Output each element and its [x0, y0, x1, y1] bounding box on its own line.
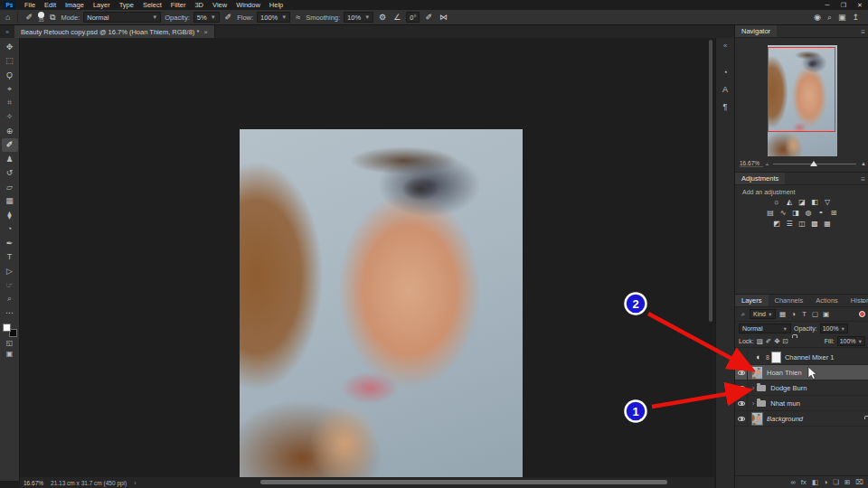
lock-position-icon[interactable]: ✥ [774, 337, 779, 345]
tab-actions[interactable]: Actions [809, 295, 844, 306]
layer-visibility-toggle[interactable] [735, 396, 748, 410]
menu-filter[interactable]: Filter [166, 1, 191, 9]
group-expand-caret[interactable]: › [752, 385, 754, 391]
flow-select[interactable]: 100%▼ [257, 12, 290, 23]
pressure-size-icon[interactable]: ✐ [423, 13, 434, 22]
lasso-tool[interactable]: Ϙ [2, 68, 18, 82]
color-lookup-adjustment-icon[interactable]: ⊞ [829, 208, 839, 217]
search-icon[interactable]: ⌕ [827, 13, 832, 23]
add-layer-mask-icon[interactable]: ◧ [812, 478, 818, 486]
more-tools[interactable]: ⋯ [2, 306, 18, 321]
channel-mixer-adjustment-icon[interactable]: ◓ [816, 208, 826, 217]
brush-settings-panel-icon[interactable]: ⧉ [48, 13, 57, 23]
brightness-contrast-adjustment-icon[interactable]: ☼ [772, 197, 782, 206]
brush-tool-icon[interactable]: ✐ [24, 13, 34, 22]
smoothing-gear-icon[interactable]: ⚙ [377, 13, 388, 22]
layer-name[interactable]: Background [767, 415, 803, 423]
move-tool[interactable]: ✥ [2, 40, 18, 54]
layer-name[interactable]: Nhat mun [770, 399, 800, 408]
status-menu-arrow-icon[interactable]: › [134, 480, 136, 486]
brush-tool[interactable]: ✐ [2, 138, 18, 153]
new-layer-icon[interactable]: ⊞ [844, 478, 850, 486]
dodge-tool[interactable]: ◔ [2, 222, 18, 237]
layer-style-icon[interactable]: fx [801, 478, 807, 486]
clone-stamp-tool[interactable]: ♟ [2, 152, 18, 166]
black-white-adjustment-icon[interactable]: ◨ [791, 208, 801, 217]
history-panel-icon[interactable]: ◔ [718, 65, 733, 79]
paragraph-panel-icon[interactable]: ¶ [718, 99, 733, 113]
marquee-tool[interactable]: ⬚ [2, 54, 18, 69]
character-panel-icon[interactable]: A [718, 82, 733, 96]
restore-button[interactable]: ❐ [835, 2, 852, 9]
horizontal-scrollbar[interactable] [260, 480, 667, 484]
menu-select[interactable]: Select [138, 1, 166, 9]
layer-visibility-toggle[interactable] [735, 350, 748, 364]
menu-edit[interactable]: Edit [40, 1, 61, 9]
filter-kind-select[interactable]: Kind ▼ [750, 309, 776, 319]
exposure-adjustment-icon[interactable]: ◧ [810, 197, 820, 206]
panel-menu-icon[interactable]: ≡ [861, 175, 865, 183]
blur-tool[interactable]: ⧫ [2, 208, 18, 222]
color-swatches[interactable] [3, 324, 17, 337]
gradient-map-adjustment-icon[interactable]: ▩ [810, 219, 820, 228]
account-icon[interactable]: ◉ [814, 13, 821, 22]
lock-transparent-pixels-icon[interactable]: ▨ [757, 337, 763, 345]
filter-pixel-layers-icon[interactable]: ▦ [778, 310, 787, 319]
gradient-tool[interactable]: ▦ [2, 194, 18, 209]
levels-adjustment-icon[interactable]: ◭ [785, 197, 795, 206]
lock-image-pixels-icon[interactable]: ✐ [766, 337, 771, 345]
filter-shape-layers-icon[interactable]: ▢ [810, 310, 819, 319]
tab-channels[interactable]: Channels [769, 295, 810, 306]
filter-toggle-icon[interactable] [859, 311, 865, 317]
screen-mode-button[interactable]: ▣ [2, 348, 18, 359]
path-selection-tool[interactable]: ▷ [2, 264, 18, 278]
quick-mask-button[interactable]: ◱ [2, 337, 18, 348]
navigator-zoom-field[interactable]: 16.67% [740, 160, 763, 167]
hand-tool[interactable]: ☞ [2, 278, 18, 293]
adjustment-layer-icon[interactable]: ◐ [753, 352, 764, 361]
menu-view[interactable]: View [208, 1, 231, 9]
layer-name[interactable]: Channel Mixer 1 [785, 353, 835, 361]
tab-close-icon[interactable]: × [203, 28, 208, 36]
eraser-tool[interactable]: ▱ [2, 180, 18, 194]
slider-thumb[interactable] [810, 161, 817, 166]
crop-tool[interactable]: ⌗ [2, 96, 18, 110]
healing-brush-tool[interactable]: ⊕ [2, 124, 18, 138]
eyedropper-tool[interactable]: ✧ [2, 110, 18, 125]
canvas-area[interactable] [20, 38, 714, 477]
symmetry-icon[interactable]: ⋈ [438, 13, 449, 22]
layer-visibility-toggle[interactable] [735, 411, 748, 426]
zoom-out-icon[interactable]: ▵ [766, 160, 769, 166]
layer-visibility-toggle[interactable] [735, 380, 748, 395]
panel-menu-icon[interactable]: ≡ [861, 28, 865, 36]
pen-tool[interactable]: ✒ [2, 236, 18, 250]
filter-type-layers-icon[interactable]: T [799, 310, 808, 319]
layer-name[interactable]: Hoan Thien [767, 369, 802, 377]
navigator-zoom-slider[interactable] [773, 159, 856, 168]
object-selection-tool[interactable]: ⌖ [2, 82, 18, 97]
workspace-switcher-icon[interactable]: ▣ [838, 13, 846, 22]
color-balance-adjustment-icon[interactable]: ∿ [778, 208, 788, 217]
menu-window[interactable]: Window [231, 1, 265, 9]
menu-layer[interactable]: Layer [89, 1, 115, 9]
tab-layers[interactable]: Layers [735, 295, 769, 306]
curves-adjustment-icon[interactable]: ◪ [797, 197, 807, 206]
layer-row[interactable]: ›Dodge Burn [735, 380, 868, 396]
layer-blend-mode-select[interactable]: Normal ▼ [739, 324, 791, 333]
home-icon[interactable]: ⌂ [4, 13, 12, 22]
zoom-tool[interactable]: ⌕ [2, 292, 18, 306]
minimize-button[interactable]: ─ [819, 2, 835, 9]
collapse-panels-icon[interactable]: « [718, 39, 733, 52]
airbrush-icon[interactable]: ≈ [294, 13, 302, 22]
link-layers-icon[interactable]: ∞ [790, 478, 795, 486]
panel-menu-icon[interactable]: ≡ [861, 297, 865, 305]
layer-thumbnail[interactable] [751, 366, 763, 380]
layer-row[interactable]: Hoan Thien [735, 365, 868, 380]
document-image[interactable] [240, 129, 523, 477]
layer-row[interactable]: ◐8Channel Mixer 1 [735, 350, 868, 365]
vertical-scrollbar[interactable] [709, 40, 712, 322]
type-tool[interactable]: T [2, 250, 18, 265]
lock-artboard-icon[interactable]: ⊡ [782, 337, 788, 345]
photo-filter-adjustment-icon[interactable]: ◍ [804, 208, 814, 217]
opacity-select[interactable]: 5%▼ [193, 12, 220, 23]
